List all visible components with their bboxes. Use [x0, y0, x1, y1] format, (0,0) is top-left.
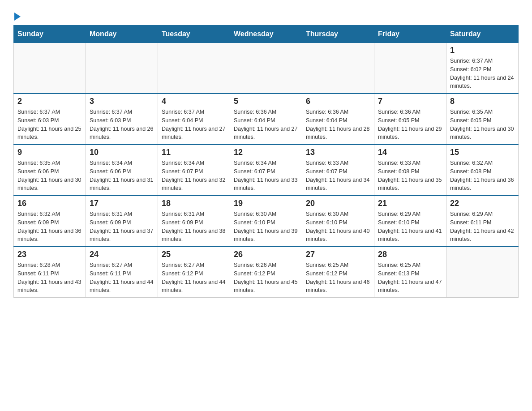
calendar-cell — [446, 247, 519, 298]
calendar-week-row: 1Sunrise: 6:37 AMSunset: 6:02 PMDaylight… — [14, 43, 519, 94]
day-info: Sunrise: 6:27 AMSunset: 6:11 PMDaylight:… — [90, 261, 154, 295]
day-number: 10 — [90, 148, 154, 157]
calendar-cell: 8Sunrise: 6:35 AMSunset: 6:05 PMDaylight… — [446, 94, 519, 145]
day-number: 24 — [90, 250, 154, 259]
day-number: 15 — [450, 148, 515, 157]
calendar-cell: 26Sunrise: 6:26 AMSunset: 6:12 PMDayligh… — [230, 247, 302, 298]
day-info: Sunrise: 6:36 AMSunset: 6:05 PMDaylight:… — [378, 108, 442, 141]
day-info: Sunrise: 6:35 AMSunset: 6:05 PMDaylight:… — [450, 108, 515, 141]
day-number: 14 — [378, 148, 442, 157]
calendar-cell: 27Sunrise: 6:25 AMSunset: 6:12 PMDayligh… — [302, 247, 374, 298]
calendar-cell: 10Sunrise: 6:34 AMSunset: 6:06 PMDayligh… — [86, 145, 158, 196]
day-info: Sunrise: 6:36 AMSunset: 6:04 PMDaylight:… — [306, 108, 370, 141]
calendar-cell: 12Sunrise: 6:34 AMSunset: 6:07 PMDayligh… — [230, 145, 302, 196]
day-of-week-header: Tuesday — [158, 26, 230, 43]
day-info: Sunrise: 6:27 AMSunset: 6:12 PMDaylight:… — [162, 261, 226, 295]
day-number: 20 — [306, 199, 370, 208]
day-number: 2 — [17, 97, 82, 106]
calendar-cell — [158, 43, 230, 94]
day-number: 9 — [17, 148, 82, 157]
calendar-cell: 5Sunrise: 6:36 AMSunset: 6:04 PMDaylight… — [230, 94, 302, 145]
day-number: 23 — [17, 250, 82, 259]
calendar-week-row: 9Sunrise: 6:35 AMSunset: 6:06 PMDaylight… — [14, 145, 519, 196]
calendar-cell: 19Sunrise: 6:30 AMSunset: 6:10 PMDayligh… — [230, 196, 302, 247]
day-number: 26 — [234, 250, 298, 259]
day-number: 18 — [162, 199, 226, 208]
calendar-table: SundayMondayTuesdayWednesdayThursdayFrid… — [13, 25, 519, 298]
calendar-cell: 11Sunrise: 6:34 AMSunset: 6:07 PMDayligh… — [158, 145, 230, 196]
day-info: Sunrise: 6:31 AMSunset: 6:09 PMDaylight:… — [162, 210, 226, 244]
day-of-week-header: Friday — [374, 26, 446, 43]
day-of-week-header: Wednesday — [230, 26, 302, 43]
day-info: Sunrise: 6:37 AMSunset: 6:04 PMDaylight:… — [162, 108, 226, 141]
day-number: 16 — [17, 199, 82, 208]
calendar-cell: 1Sunrise: 6:37 AMSunset: 6:02 PMDaylight… — [446, 43, 519, 94]
calendar-cell: 28Sunrise: 6:25 AMSunset: 6:13 PMDayligh… — [374, 247, 446, 298]
calendar-cell: 20Sunrise: 6:30 AMSunset: 6:10 PMDayligh… — [302, 196, 374, 247]
day-number: 4 — [162, 97, 226, 106]
day-info: Sunrise: 6:33 AMSunset: 6:08 PMDaylight:… — [378, 159, 442, 193]
calendar-cell: 17Sunrise: 6:31 AMSunset: 6:09 PMDayligh… — [86, 196, 158, 247]
day-info: Sunrise: 6:31 AMSunset: 6:09 PMDaylight:… — [90, 210, 154, 244]
day-info: Sunrise: 6:37 AMSunset: 6:02 PMDaylight:… — [450, 57, 515, 90]
day-number: 22 — [450, 199, 515, 208]
day-info: Sunrise: 6:34 AMSunset: 6:07 PMDaylight:… — [234, 159, 298, 193]
day-info: Sunrise: 6:37 AMSunset: 6:03 PMDaylight:… — [17, 108, 82, 141]
day-info: Sunrise: 6:25 AMSunset: 6:12 PMDaylight:… — [306, 261, 370, 295]
calendar-cell: 6Sunrise: 6:36 AMSunset: 6:04 PMDaylight… — [302, 94, 374, 145]
day-of-week-header: Monday — [86, 26, 158, 43]
day-number: 27 — [306, 250, 370, 259]
day-number: 8 — [450, 97, 515, 106]
calendar-cell: 4Sunrise: 6:37 AMSunset: 6:04 PMDaylight… — [158, 94, 230, 145]
calendar-header-row: SundayMondayTuesdayWednesdayThursdayFrid… — [14, 26, 519, 43]
day-number: 13 — [306, 148, 370, 157]
day-info: Sunrise: 6:33 AMSunset: 6:07 PMDaylight:… — [306, 159, 370, 193]
calendar-cell: 2Sunrise: 6:37 AMSunset: 6:03 PMDaylight… — [14, 94, 86, 145]
calendar-week-row: 16Sunrise: 6:32 AMSunset: 6:09 PMDayligh… — [14, 196, 519, 247]
calendar-week-row: 23Sunrise: 6:28 AMSunset: 6:11 PMDayligh… — [14, 247, 519, 298]
day-number: 12 — [234, 148, 298, 157]
calendar-cell: 13Sunrise: 6:33 AMSunset: 6:07 PMDayligh… — [302, 145, 374, 196]
day-info: Sunrise: 6:30 AMSunset: 6:10 PMDaylight:… — [306, 210, 370, 244]
calendar-cell — [86, 43, 158, 94]
day-info: Sunrise: 6:36 AMSunset: 6:04 PMDaylight:… — [234, 108, 298, 141]
day-of-week-header: Thursday — [302, 26, 374, 43]
day-number: 21 — [378, 199, 442, 208]
day-number: 6 — [306, 97, 370, 106]
day-number: 25 — [162, 250, 226, 259]
calendar-cell — [302, 43, 374, 94]
day-number: 7 — [378, 97, 442, 106]
day-info: Sunrise: 6:35 AMSunset: 6:06 PMDaylight:… — [17, 159, 82, 193]
day-number: 17 — [90, 199, 154, 208]
day-info: Sunrise: 6:26 AMSunset: 6:12 PMDaylight:… — [234, 261, 298, 295]
calendar-cell: 22Sunrise: 6:29 AMSunset: 6:11 PMDayligh… — [446, 196, 519, 247]
day-info: Sunrise: 6:28 AMSunset: 6:11 PMDaylight:… — [17, 261, 82, 295]
day-number: 5 — [234, 97, 298, 106]
day-number: 11 — [162, 148, 226, 157]
calendar-cell — [14, 43, 86, 94]
calendar-cell: 15Sunrise: 6:32 AMSunset: 6:08 PMDayligh… — [446, 145, 519, 196]
calendar-cell — [230, 43, 302, 94]
day-number: 3 — [90, 97, 154, 106]
calendar-cell: 24Sunrise: 6:27 AMSunset: 6:11 PMDayligh… — [86, 247, 158, 298]
calendar-cell: 9Sunrise: 6:35 AMSunset: 6:06 PMDaylight… — [14, 145, 86, 196]
calendar-cell: 16Sunrise: 6:32 AMSunset: 6:09 PMDayligh… — [14, 196, 86, 247]
calendar-cell: 25Sunrise: 6:27 AMSunset: 6:12 PMDayligh… — [158, 247, 230, 298]
calendar-cell: 23Sunrise: 6:28 AMSunset: 6:11 PMDayligh… — [14, 247, 86, 298]
day-info: Sunrise: 6:34 AMSunset: 6:07 PMDaylight:… — [162, 159, 226, 193]
day-info: Sunrise: 6:37 AMSunset: 6:03 PMDaylight:… — [90, 108, 154, 141]
calendar-cell — [374, 43, 446, 94]
day-info: Sunrise: 6:25 AMSunset: 6:13 PMDaylight:… — [378, 261, 442, 295]
day-number: 28 — [378, 250, 442, 259]
day-info: Sunrise: 6:34 AMSunset: 6:06 PMDaylight:… — [90, 159, 154, 193]
calendar-week-row: 2Sunrise: 6:37 AMSunset: 6:03 PMDaylight… — [14, 94, 519, 145]
calendar-cell: 3Sunrise: 6:37 AMSunset: 6:03 PMDaylight… — [86, 94, 158, 145]
logo-arrow-icon — [14, 13, 21, 21]
day-info: Sunrise: 6:30 AMSunset: 6:10 PMDaylight:… — [234, 210, 298, 244]
logo — [13, 9, 21, 21]
day-info: Sunrise: 6:32 AMSunset: 6:08 PMDaylight:… — [450, 159, 515, 193]
calendar-cell: 7Sunrise: 6:36 AMSunset: 6:05 PMDaylight… — [374, 94, 446, 145]
day-number: 19 — [234, 199, 298, 208]
calendar-cell: 21Sunrise: 6:29 AMSunset: 6:10 PMDayligh… — [374, 196, 446, 247]
day-number: 1 — [450, 46, 515, 55]
